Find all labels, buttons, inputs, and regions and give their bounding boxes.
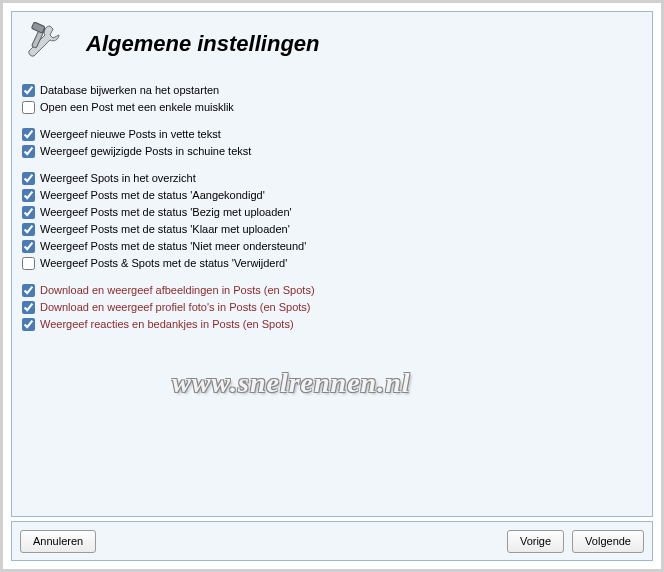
option-checkbox[interactable] (22, 172, 35, 185)
cancel-button[interactable]: Annuleren (20, 530, 96, 553)
option-label: Download en weergeef profiel foto's in P… (40, 299, 311, 316)
option-row[interactable]: Weergeef Posts & Spots met de status 'Ve… (22, 255, 642, 272)
option-row[interactable]: Weergeef Posts met de status 'Klaar met … (22, 221, 642, 238)
watermark: www.snelrennen.nl (172, 367, 410, 399)
tools-icon (20, 22, 68, 70)
option-checkbox[interactable] (22, 101, 35, 114)
option-checkbox[interactable] (22, 240, 35, 253)
option-row[interactable]: Weergeef Posts met de status 'Bezig met … (22, 204, 642, 221)
options-list: Database bijwerken na het opstartenOpen … (12, 78, 652, 347)
option-row[interactable]: Weergeef nieuwe Posts in vette tekst (22, 126, 642, 143)
option-row[interactable]: Download en weergeef profiel foto's in P… (22, 299, 642, 316)
option-checkbox[interactable] (22, 84, 35, 97)
option-checkbox[interactable] (22, 284, 35, 297)
option-row[interactable]: Open een Post met een enkele muisklik (22, 99, 642, 116)
option-label: Open een Post met een enkele muisklik (40, 99, 234, 116)
option-checkbox[interactable] (22, 223, 35, 236)
option-label: Weergeef Spots in het overzicht (40, 170, 196, 187)
option-label: Weergeef nieuwe Posts in vette tekst (40, 126, 221, 143)
option-group: Weergeef Spots in het overzichtWeergeef … (22, 170, 642, 272)
option-label: Weergeef Posts met de status 'Niet meer … (40, 238, 306, 255)
option-label: Weergeef Posts met de status 'Bezig met … (40, 204, 292, 221)
option-label: Weergeef Posts met de status 'Aangekondi… (40, 187, 265, 204)
option-group: Download en weergeef afbeeldingen in Pos… (22, 282, 642, 333)
option-checkbox[interactable] (22, 189, 35, 202)
page-title: Algemene instellingen (86, 31, 320, 57)
option-label: Weergeef reacties en bedankjes in Posts … (40, 316, 294, 333)
option-row[interactable]: Weergeef reacties en bedankjes in Posts … (22, 316, 642, 333)
dialog-window: Algemene instellingen Database bijwerken… (0, 0, 664, 572)
option-row[interactable]: Weergeef Posts met de status 'Aangekondi… (22, 187, 642, 204)
option-group: Database bijwerken na het opstartenOpen … (22, 82, 642, 116)
option-label: Weergeef Posts & Spots met de status 'Ve… (40, 255, 287, 272)
option-checkbox[interactable] (22, 206, 35, 219)
option-row[interactable]: Weergeef Spots in het overzicht (22, 170, 642, 187)
option-row[interactable]: Weergeef Posts met de status 'Niet meer … (22, 238, 642, 255)
option-label: Download en weergeef afbeeldingen in Pos… (40, 282, 315, 299)
option-checkbox[interactable] (22, 301, 35, 314)
option-row[interactable]: Download en weergeef afbeeldingen in Pos… (22, 282, 642, 299)
button-bar: Annuleren Vorige Volgende (11, 521, 653, 561)
option-group: Weergeef nieuwe Posts in vette tekstWeer… (22, 126, 642, 160)
svg-rect-1 (31, 22, 45, 33)
option-row[interactable]: Database bijwerken na het opstarten (22, 82, 642, 99)
option-checkbox[interactable] (22, 257, 35, 270)
option-label: Weergeef gewijzigde Posts in schuine tek… (40, 143, 251, 160)
option-checkbox[interactable] (22, 318, 35, 331)
option-checkbox[interactable] (22, 128, 35, 141)
option-row[interactable]: Weergeef gewijzigde Posts in schuine tek… (22, 143, 642, 160)
option-label: Database bijwerken na het opstarten (40, 82, 219, 99)
main-panel: Algemene instellingen Database bijwerken… (11, 11, 653, 517)
previous-button[interactable]: Vorige (507, 530, 564, 553)
option-label: Weergeef Posts met de status 'Klaar met … (40, 221, 290, 238)
option-checkbox[interactable] (22, 145, 35, 158)
panel-header: Algemene instellingen (12, 12, 652, 78)
next-button[interactable]: Volgende (572, 530, 644, 553)
